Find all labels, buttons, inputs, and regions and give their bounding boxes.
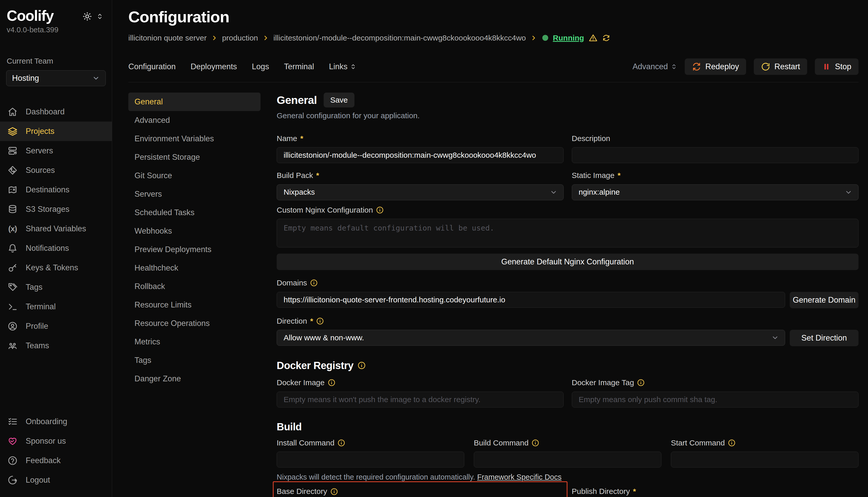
chevron-down-icon (845, 188, 852, 196)
subnav-item-danger-zone[interactable]: Danger Zone (128, 370, 261, 388)
direction-select[interactable]: Allow www & non-www. (277, 330, 785, 346)
sidebar-item-keys-tokens[interactable]: Keys & Tokens (0, 258, 112, 278)
subnav-item-preview-deployments[interactable]: Preview Deployments (128, 240, 261, 259)
framework-docs-link[interactable]: Framework Specific Docs (477, 473, 562, 481)
domains-input[interactable] (277, 292, 785, 308)
subnav-item-webhooks[interactable]: Webhooks (128, 222, 261, 240)
subnav-item-servers[interactable]: Servers (128, 185, 261, 203)
build-command-input[interactable] (474, 452, 661, 468)
home-icon (7, 107, 18, 117)
sidebar-item-sponsor[interactable]: Sponsor us (0, 431, 112, 451)
info-icon[interactable] (728, 439, 735, 447)
docker-image-input[interactable] (277, 392, 564, 408)
generate-domain-button[interactable]: Generate Domain (790, 292, 858, 308)
sidebar-item-sources[interactable]: Sources (0, 160, 112, 180)
sidebar-item-feedback[interactable]: Feedback (0, 451, 112, 470)
info-icon[interactable] (316, 317, 324, 325)
info-icon[interactable] (337, 439, 345, 447)
subnav-item-persistent-storage[interactable]: Persistent Storage (128, 148, 261, 167)
refresh-icon[interactable] (602, 34, 610, 42)
tab-deployments[interactable]: Deployments (190, 61, 237, 72)
subnav-item-resource-limits[interactable]: Resource Limits (128, 296, 261, 314)
subnav-item-scheduled-tasks[interactable]: Scheduled Tasks (128, 203, 261, 222)
info-icon[interactable] (532, 439, 539, 447)
subnav-item-rollback[interactable]: Rollback (128, 277, 261, 296)
subnav-item-resource-operations[interactable]: Resource Operations (128, 314, 261, 332)
sidebar-item-dashboard[interactable]: Dashboard (0, 102, 112, 122)
required-marker: * (633, 486, 636, 497)
tab-logs[interactable]: Logs (252, 61, 269, 72)
set-direction-button[interactable]: Set Direction (790, 330, 858, 346)
stop-button[interactable]: Stop (815, 58, 858, 75)
sidebar-item-destinations[interactable]: Destinations (0, 180, 112, 200)
build-pack-label: Build Pack * (277, 170, 564, 181)
sidebar-item-profile[interactable]: Profile (0, 316, 112, 336)
required-marker: * (618, 170, 621, 181)
info-icon[interactable] (376, 206, 384, 214)
key-icon (7, 263, 18, 273)
app-logo[interactable]: Coolify (7, 8, 54, 24)
checklist-icon (7, 417, 18, 426)
description-input[interactable] (572, 147, 859, 163)
subnav-item-tags[interactable]: Tags (128, 351, 261, 370)
chevron-down-icon (550, 188, 557, 196)
instance-switcher-chevrons-icon[interactable] (97, 13, 103, 20)
info-icon[interactable] (358, 361, 366, 370)
redeploy-button[interactable]: Redeploy (685, 58, 746, 75)
subnav-item-environment-variables[interactable]: Environment Variables (128, 129, 261, 148)
start-command-input[interactable] (671, 452, 858, 468)
sidebar-item-servers[interactable]: Servers (0, 141, 112, 160)
info-icon[interactable] (637, 379, 645, 386)
info-icon[interactable] (330, 488, 338, 495)
sidebar-item-teams[interactable]: Teams (0, 336, 112, 355)
breadcrumb: illicitonion quote server production ill… (128, 33, 858, 43)
team-select[interactable]: Hosting (6, 70, 106, 86)
generate-nginx-button[interactable]: Generate Default Nginx Configuration (277, 254, 858, 270)
stop-pause-icon (822, 62, 831, 71)
build-command-label: Build Command (474, 438, 661, 448)
subnav-item-healthcheck[interactable]: Healthcheck (128, 259, 261, 277)
docker-image-tag-input[interactable] (572, 392, 859, 408)
sidebar-item-projects[interactable]: Projects (0, 122, 112, 141)
status-link[interactable]: Running (553, 33, 584, 43)
build-pack-select[interactable]: Nixpacks (277, 184, 564, 200)
save-button[interactable]: Save (323, 93, 355, 108)
static-image-select[interactable]: nginx:alpine (572, 184, 859, 200)
sidebar-item-logout[interactable]: Logout (0, 470, 112, 490)
subnav-item-advanced[interactable]: Advanced (128, 111, 261, 129)
logout-icon (7, 475, 18, 485)
app-sidebar: Coolify v4.0.0-beta.399 Current Team Hos… (0, 0, 112, 497)
name-input[interactable] (277, 147, 564, 163)
advanced-dropdown[interactable]: Advanced (632, 61, 677, 72)
theme-toggle-sun-icon[interactable] (83, 12, 92, 21)
layers-icon (7, 126, 18, 136)
nginx-config-textarea[interactable] (277, 219, 858, 247)
info-icon[interactable] (310, 279, 318, 287)
breadcrumb-application[interactable]: illicitestonion/-module--decomposition:m… (273, 33, 526, 43)
info-icon[interactable] (328, 379, 335, 386)
section-description: General configuration for your applicati… (277, 111, 858, 121)
subnav-item-general[interactable]: General (128, 93, 261, 111)
breadcrumb-project[interactable]: illicitonion quote server (128, 33, 207, 43)
tab-configuration[interactable]: Configuration (128, 61, 176, 72)
sidebar-item-shared-variables[interactable]: (x) Shared Variables (0, 219, 112, 239)
tab-links[interactable]: Links (329, 61, 356, 72)
sidebar-item-onboarding[interactable]: Onboarding (0, 412, 112, 431)
chevron-right-icon (531, 35, 537, 41)
sidebar-item-notifications[interactable]: Notifications (0, 239, 112, 258)
map-icon (7, 185, 18, 195)
name-label: Name * (277, 133, 564, 144)
sidebar-item-s3-storages[interactable]: S3 Storages (0, 200, 112, 219)
sidebar-item-tags[interactable]: Tags (0, 278, 112, 297)
sidebar-item-terminal[interactable]: Terminal (0, 297, 112, 316)
subnav-item-git-source[interactable]: Git Source (128, 167, 261, 185)
required-marker: * (310, 316, 313, 326)
restart-icon (761, 62, 770, 71)
warning-triangle-icon[interactable] (589, 33, 597, 42)
nginx-config-label: Custom Nginx Configuration (277, 205, 858, 215)
breadcrumb-environment[interactable]: production (222, 33, 258, 43)
install-command-input[interactable] (277, 452, 464, 468)
restart-button[interactable]: Restart (754, 58, 807, 75)
tab-terminal[interactable]: Terminal (284, 61, 314, 72)
subnav-item-metrics[interactable]: Metrics (128, 332, 261, 351)
